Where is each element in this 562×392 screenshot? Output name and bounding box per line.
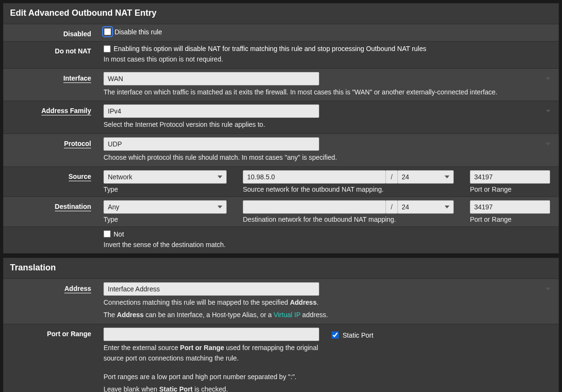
row-interface: Interface WAN The interface on which tra… <box>3 68 559 101</box>
row-disabled: Disabled Disable this rule <box>3 24 559 41</box>
disabled-cb-label: Disable this rule <box>114 28 162 36</box>
static-port-checkbox[interactable] <box>332 331 339 339</box>
not-checkbox[interactable] <box>104 230 111 237</box>
destination-port-caption: Port or Range <box>470 216 550 223</box>
not-help: Invert the sense of the destination matc… <box>104 240 555 250</box>
row-trans-address: Address Interface Address Connections ma… <box>3 279 559 323</box>
disabled-checkbox[interactable] <box>104 28 111 35</box>
source-mask-select[interactable]: 24 <box>397 170 454 184</box>
row-address-family: Address Family IPv4 Select the Internet … <box>3 101 559 134</box>
label-disabled: Disabled <box>63 30 91 38</box>
trans-address-select[interactable]: Interface Address <box>104 282 319 296</box>
trans-address-help1: Connections matching this rule will be m… <box>104 298 555 308</box>
label-donotnat: Do not NAT <box>55 47 91 55</box>
trans-address-help2: The Address can be an Interface, a Host-… <box>104 310 555 320</box>
protocol-select[interactable]: UDP <box>104 137 319 151</box>
destination-mask-select[interactable]: 24 <box>397 200 454 214</box>
source-port-caption: Port or Range <box>470 186 550 193</box>
panel-translation: Translation Address Interface Address Co… <box>3 258 559 392</box>
slash-separator: / <box>386 200 397 214</box>
row-donotnat: Do not NAT Enabling this option will dis… <box>3 41 559 68</box>
label-trans-port: Port or Range <box>47 330 91 338</box>
destination-type-select[interactable]: Any <box>104 200 227 214</box>
panel-edit-nat: Edit Advanced Outbound NAT Entry Disable… <box>3 3 559 254</box>
address-family-help: Select the Internet Protocol version thi… <box>104 120 555 130</box>
static-port-label: Static Port <box>343 331 374 339</box>
donotnat-help: In most cases this option is not require… <box>104 54 555 65</box>
donotnat-checkbox[interactable] <box>104 45 111 52</box>
label-protocol: Protocol <box>64 140 91 148</box>
destination-port-input[interactable] <box>470 200 550 214</box>
trans-port-help1: Enter the external source Port or Range … <box>104 343 319 363</box>
panel-title: Edit Advanced Outbound NAT Entry <box>3 3 559 24</box>
source-port-input[interactable] <box>470 170 550 184</box>
label-destination: Destination <box>55 203 91 211</box>
label-trans-address: Address <box>64 285 91 293</box>
destination-net-caption: Destination network for the outbound NAT… <box>243 216 454 223</box>
trans-port-help2: Port ranges are a low port and high port… <box>104 372 555 382</box>
interface-help: The interface on which traffic is matche… <box>104 87 555 98</box>
virtual-ip-link[interactable]: Virtual IP <box>273 311 300 319</box>
checkbox-highlight <box>104 28 112 36</box>
trans-port-help3: Leave blank when Static Port is checked. <box>104 384 555 392</box>
label-source: Source <box>69 173 91 181</box>
destination-type-caption: Type <box>104 216 227 223</box>
label-interface: Interface <box>63 74 91 83</box>
row-trans-port: Port or Range Static Port Enter the exte… <box>3 324 559 392</box>
slash-separator: / <box>386 170 397 184</box>
protocol-help: Choose which protocol this rule should m… <box>104 153 555 163</box>
source-type-caption: Type <box>104 186 227 193</box>
row-protocol: Protocol UDP Choose which protocol this … <box>3 134 559 166</box>
not-cb-label: Not <box>114 230 124 238</box>
source-network-input[interactable] <box>243 170 386 184</box>
row-destination: Destination Any Type / 24 Destination ne… <box>3 196 559 227</box>
label-address-family: Address Family <box>42 107 91 115</box>
interface-select[interactable]: WAN <box>104 72 319 85</box>
address-family-select[interactable]: IPv4 <box>104 104 319 118</box>
row-source: Source Network Type / 24 Source network … <box>3 166 559 196</box>
source-net-caption: Source network for the outbound NAT mapp… <box>243 186 454 193</box>
panel-title: Translation <box>3 258 559 279</box>
destination-network-input[interactable] <box>243 200 386 214</box>
trans-port-input[interactable] <box>104 328 319 341</box>
source-type-select[interactable]: Network <box>104 170 227 184</box>
row-not: Not Invert the sense of the destination … <box>3 227 559 254</box>
donotnat-cb-label: Enabling this option will disable NAT fo… <box>114 45 427 52</box>
